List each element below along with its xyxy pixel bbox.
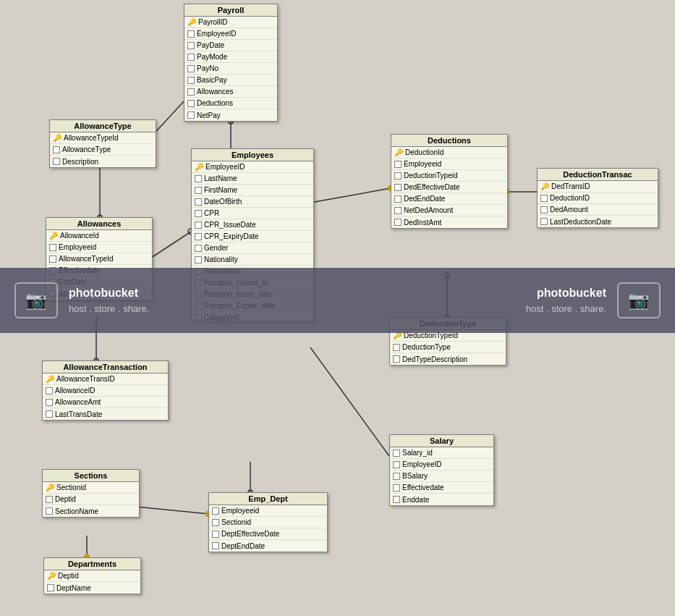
table-salary[interactable]: Salary Salary_id EmployeeID BSalary Effe… [389,434,494,506]
watermark-camera-right: 📷 [617,282,661,318]
field-box-icon [212,542,219,549]
table-row: AllowanceTypeId [46,253,152,265]
field-box-icon [212,507,219,515]
table-row: Nationality [192,254,313,266]
table-allowance-transaction[interactable]: AllowanceTransaction 🔑 AllowanceTransID … [42,360,169,421]
table-row: DedEndDate [391,193,507,205]
field-box-icon [195,245,202,252]
key-icon: 🔑 [46,375,54,384]
table-row: DedEffectiveDate [391,182,507,193]
table-emp-dept[interactable]: Emp_Dept Employeeid Sectionid DeptEffect… [208,492,328,552]
table-row: Employeeid [391,159,507,170]
table-payroll[interactable]: Payroll 🔑 PayrollID EmployeeID PayDate P… [184,4,278,122]
table-row: Description [50,156,156,167]
table-row: Enddate [390,494,493,505]
field-box-icon [53,146,60,153]
table-row: 🔑 AllowanceTypeId [50,132,156,144]
table-row: 🔑 DeductionId [391,147,507,159]
sections-body: 🔑 Sectionid Deptid SectionName [43,482,139,517]
table-row: 🔑 PayrollID [184,17,277,28]
key-icon: 🔑 [540,182,549,191]
table-row: DeptName [44,582,140,594]
svg-line-5 [147,232,191,261]
field-box-icon [393,450,400,457]
allowances-header: Allowances [46,218,152,230]
field-box-icon [49,244,56,251]
field-box-icon [195,187,202,194]
table-row: 🔑 EmployeeID [192,161,313,173]
allowancetype-header: AllowanceType [50,120,156,132]
payroll-body: 🔑 PayrollID EmployeeID PayDate PayMode P… [184,17,277,121]
table-row: Employeeid [209,505,327,517]
payroll-header: Payroll [184,4,277,17]
field-box-icon [394,207,402,214]
field-box-icon [394,184,402,191]
table-deduction-transac[interactable]: DeductionTransac 🔑 DedTransID DeductionI… [537,168,658,228]
field-box-icon [540,195,548,202]
allowance-transaction-body: 🔑 AllowanceTransID AllowanceID Allowance… [43,374,168,420]
table-row: Gender [192,242,313,254]
field-box-icon [187,42,195,49]
db-canvas: 📷 photobucket host . store . share. phot… [0,0,675,616]
field-box-icon [195,198,202,206]
field-box-icon [187,30,195,38]
table-row: DedInstAmt [391,216,507,228]
table-row: PayNo [184,63,277,75]
table-row: LastTransDate [43,408,168,420]
field-box-icon [393,473,400,480]
table-row: DeptEndDate [209,540,327,552]
field-box-icon [195,175,202,182]
field-box-icon [187,111,195,119]
table-row: Sectionid [209,517,327,528]
table-deductions[interactable]: Deductions 🔑 DeductionId Employeeid Dedu… [391,134,508,229]
table-row: 🔑 AllowanceTransID [43,374,168,385]
watermark-camera-left: 📷 [14,282,58,318]
table-departments[interactable]: Departments 🔑 Deptid DeptName [43,557,141,594]
field-box-icon [187,54,195,61]
table-row: DeductionTypeid [391,170,507,182]
table-row: CPR_ExpiryDate [192,231,313,242]
field-box-icon [212,519,219,526]
key-icon: 🔑 [195,163,203,172]
departments-body: 🔑 Deptid DeptName [44,570,140,594]
key-icon: 🔑 [187,18,196,27]
table-row: NetPay [184,109,277,121]
table-row: SectionName [43,505,139,517]
key-icon: 🔑 [47,572,56,581]
table-row: EmployeeID [184,28,277,40]
table-row: BasicPay [184,75,277,86]
field-box-icon [187,65,195,72]
sections-header: Sections [43,470,139,482]
field-box-icon [540,218,548,225]
svg-line-1 [310,188,391,203]
table-row: AllowanceType [50,144,156,156]
field-box-icon [46,387,53,395]
deduction-transac-header: DeductionTransac [538,169,658,181]
deductions-body: 🔑 DeductionId Employeeid DeductionTypeid… [391,147,507,228]
table-sections[interactable]: Sections 🔑 Sectionid Deptid SectionName [42,469,140,518]
table-row: CPR_IssueDate [192,219,313,231]
table-row: BSalary [390,471,493,482]
field-box-icon [394,172,402,180]
field-box-icon [46,496,53,503]
table-row: DedAmount [538,204,658,216]
svg-line-7 [310,347,389,456]
field-box-icon [47,584,54,591]
table-row: AllowanceID [43,385,168,397]
watermark-text-left: photobucket host . store . share. [69,284,149,317]
table-allowancetype[interactable]: AllowanceType 🔑 AllowanceTypeId Allowanc… [49,119,156,168]
field-box-icon [394,219,402,226]
table-row: 🔑 DedTransID [538,181,658,193]
deduction-transac-body: 🔑 DedTransID DeductionID DedAmount LastD… [538,181,658,227]
field-box-icon [195,233,202,240]
key-icon: 🔑 [394,148,403,157]
field-box-icon [53,158,60,165]
table-row: DateOfBirth [192,196,313,208]
table-row: DeptEffectiveDate [209,528,327,540]
table-row: PayDate [184,40,277,51]
table-row: NetDedAmount [391,205,507,216]
table-row: Deductions [184,98,277,109]
table-row: 🔑 Sectionid [43,482,139,494]
emp-dept-header: Emp_Dept [209,493,327,505]
emp-dept-body: Employeeid Sectionid DeptEffectiveDate D… [209,505,327,552]
